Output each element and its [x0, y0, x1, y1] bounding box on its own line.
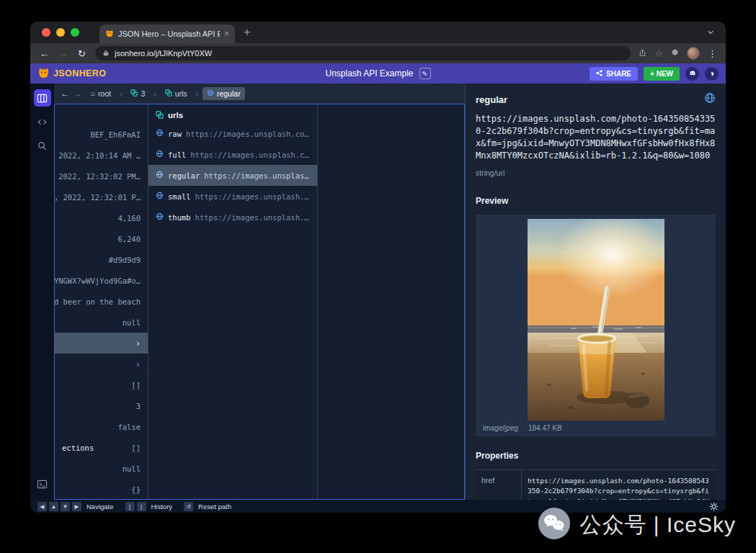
navigate-label: Navigate [86, 503, 114, 511]
globe-icon [156, 171, 164, 180]
item-key: regular [168, 171, 200, 180]
logo-text: JSONHERO [53, 68, 106, 78]
arrow-left-key-icon: ◀ [37, 502, 47, 511]
column-view-button[interactable] [34, 89, 51, 107]
table-row[interactable]: ections[] [55, 437, 148, 458]
globe-icon [156, 150, 164, 159]
cell-value: [] [131, 444, 141, 452]
table-row[interactable]: 1, 2022, 12:32:02 PM… [55, 166, 148, 186]
table-row[interactable]: BEF_Eh6FmAI [55, 124, 148, 145]
detail-value[interactable]: https://images.unsplash.com/photo-164350… [476, 113, 716, 162]
close-tab-icon[interactable]: × [224, 30, 229, 38]
forward-button[interactable]: → [58, 48, 68, 59]
tab-search-chevron-icon[interactable] [707, 29, 714, 36]
profile-avatar[interactable] [687, 47, 700, 60]
table-row[interactable]: false [55, 416, 148, 437]
history-forward-key-icon: ] [137, 502, 146, 511]
jsonhero-logo[interactable]: JSONHERO [37, 66, 106, 81]
tab-strip: JSON Hero – Unsplash API Exa × + [30, 22, 726, 43]
window-controls [42, 28, 79, 37]
cell-value: BEF_Eh6FmAI [90, 130, 141, 139]
breadcrumb-item-regular[interactable]: regular [203, 87, 245, 100]
edit-title-button[interactable]: ✎ [419, 68, 431, 79]
cell-value: 7jYNGWX?wWVjYod9Ga#o… [55, 276, 141, 285]
new-tab-button[interactable]: + [244, 27, 250, 38]
list-item-raw[interactable]: raw https://images.unsplash.com/ph… [148, 123, 317, 144]
jsonhero-doge-icon [37, 66, 50, 81]
table-row[interactable]: [] [55, 374, 148, 395]
table-row-selected-urls[interactable]: › [55, 333, 148, 354]
lock-icon [102, 47, 110, 60]
share-page-icon[interactable] [639, 47, 646, 60]
app-header: JSONHERO Unsplash API Example ✎ SHARE + … [30, 63, 726, 84]
list-item-regular-selected[interactable]: regular https://images.unsplash.com… [148, 165, 317, 186]
extensions-puzzle-icon[interactable] [671, 47, 679, 60]
breadcrumb-item-3[interactable]: 3 [126, 87, 149, 100]
cell-value: null [123, 464, 141, 473]
item-value: https://images.unsplash.com/ph… [186, 130, 310, 138]
item-key: thumb [168, 213, 191, 222]
property-value[interactable]: https://images.unsplash.com/photo-164350… [522, 470, 716, 500]
half-circle-glyph: ◑ [709, 68, 714, 78]
address-bar[interactable]: jsonhero.io/j/tJIKnpVtY0XW [95, 46, 631, 60]
breadcrumb-label: regular [217, 89, 241, 98]
new-button-label: + NEW [650, 70, 673, 78]
terminal-button[interactable] [34, 475, 51, 493]
path-forward-button[interactable]: → [74, 89, 82, 99]
table-row[interactable]: 6,240 [55, 228, 148, 249]
document-title: Unsplash API Example [325, 68, 413, 78]
close-window-button[interactable] [42, 28, 50, 37]
table-row[interactable]: #d9d9d9 [55, 249, 148, 270]
browser-tab[interactable]: JSON Hero – Unsplash API Exa × [99, 24, 235, 43]
properties-section-label: Properties [476, 451, 716, 461]
browser-menu-icon[interactable]: ⋮ [708, 48, 717, 59]
minimize-window-button[interactable] [56, 28, 65, 37]
table-row[interactable]: 3 [55, 395, 148, 416]
discord-icon[interactable] [685, 67, 699, 81]
json-editor-view-button[interactable] [34, 113, 51, 130]
back-button[interactable]: ← [39, 48, 50, 59]
table-row[interactable]: {} [55, 479, 148, 499]
watermark-text: 公众号 | IceSky [580, 511, 737, 540]
table-row[interactable]: 0, 2022, 2:10:14 AM … [55, 145, 148, 166]
table-row[interactable]: 4,160 [55, 207, 148, 228]
breadcrumb-item-root[interactable]: ⌂ root [86, 87, 115, 100]
globe-icon [156, 129, 164, 138]
file-size: 184.47 KB [528, 424, 562, 432]
search-button[interactable] [34, 137, 51, 154]
home-icon: ⌂ [91, 90, 95, 97]
table-row[interactable]: 1, 2022, 12:32:01 P… [55, 186, 148, 207]
jsonhero-favicon-icon [105, 27, 114, 40]
table-row[interactable]: › [55, 354, 148, 374]
breadcrumb-label: urls [175, 89, 187, 98]
terminal-icon [37, 479, 48, 490]
object-icon [156, 109, 164, 122]
table-row[interactable]: null [55, 458, 148, 479]
share-button[interactable]: SHARE [590, 67, 638, 81]
column-urls: urls raw https://images.unsplash.com/ph…… [148, 104, 318, 499]
reset-path-button[interactable]: ↺ Reset path [184, 502, 231, 511]
reload-button[interactable]: ↻ [76, 48, 87, 59]
theme-contrast-icon[interactable]: ◑ [705, 67, 719, 81]
preview-image [528, 219, 664, 421]
cell-key: ections [62, 444, 94, 452]
new-document-button[interactable]: + NEW [644, 67, 680, 81]
detail-panel: regular https://images.unsplash.com/phot… [465, 84, 726, 500]
zoom-window-button[interactable] [71, 28, 79, 37]
browser-toolbar: ← → ↻ jsonhero.io/j/tJIKnpVtY0XW ☆ ⋮ [30, 43, 726, 63]
chevron-right-icon: › [135, 359, 141, 369]
list-item-thumb[interactable]: thumb https://images.unsplash.com/… [148, 207, 317, 228]
table-row[interactable]: null [55, 312, 148, 333]
table-row[interactable]: old beer on the beach [55, 291, 148, 312]
breadcrumb-item-urls[interactable]: urls [161, 87, 192, 100]
path-back-button[interactable]: ← [61, 89, 69, 99]
column-empty [318, 104, 464, 499]
bookmark-star-icon[interactable]: ☆ [654, 48, 663, 59]
search-icon [37, 140, 48, 151]
list-item-full[interactable]: full https://images.unsplash.com/ph… [148, 144, 317, 165]
cell-value: 0, 2022, 2:10:14 AM … [55, 151, 141, 160]
breadcrumb-label: root [98, 89, 111, 98]
item-value: https://images.unsplash.com/ph… [190, 150, 310, 159]
table-row[interactable]: 7jYNGWX?wWVjYod9Ga#o… [55, 270, 148, 291]
list-item-small[interactable]: small https://images.unsplash.com/p… [148, 186, 317, 207]
